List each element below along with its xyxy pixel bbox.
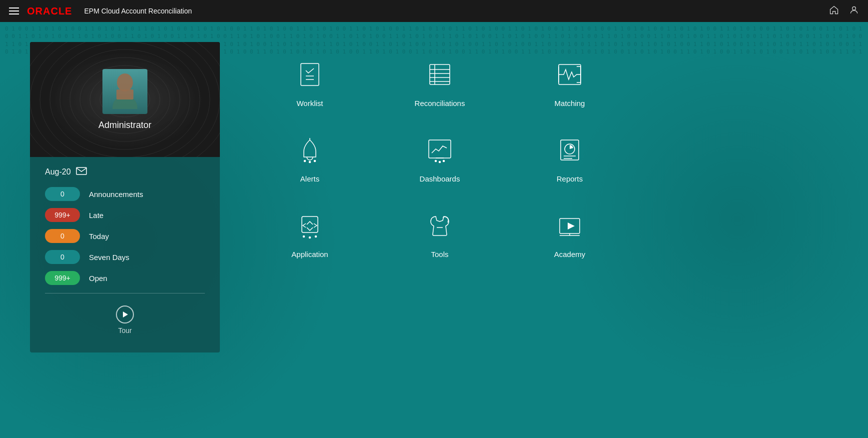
academy-label: Academy: [554, 250, 586, 258]
svg-rect-13: [76, 168, 86, 174]
stat-badge: 0: [45, 187, 80, 201]
stat-label: Open: [89, 274, 107, 282]
nav-item-alerts[interactable]: Alerts: [260, 128, 360, 188]
stat-badge: 0: [45, 229, 80, 243]
reconciliations-label: Reconciliations: [415, 99, 465, 108]
stat-row[interactable]: 999+Open: [45, 271, 205, 285]
user-card: Administrator Aug-20 0Announcements999+L…: [30, 42, 220, 352]
worklist-icon: [292, 57, 327, 92]
nav-item-dashboards[interactable]: Dashboards: [390, 128, 490, 188]
tools-label: Tools: [431, 250, 448, 258]
date-row: Aug-20: [45, 167, 205, 177]
application-label: Application: [291, 250, 328, 258]
user-card-header: Administrator: [30, 42, 220, 157]
svg-point-27: [304, 160, 306, 162]
nav-item-application[interactable]: Application: [260, 203, 360, 264]
stat-badge: 0: [45, 250, 80, 264]
svg-point-33: [439, 162, 441, 163]
stat-label: Late: [89, 211, 103, 220]
main-content: Administrator Aug-20 0Announcements999+L…: [0, 22, 868, 438]
svg-point-11: [117, 74, 133, 92]
svg-rect-15: [301, 64, 319, 86]
worklist-label: Worklist: [296, 99, 323, 108]
stat-row[interactable]: 0Today: [45, 229, 205, 243]
svg-point-28: [309, 162, 311, 163]
avatar: [102, 69, 147, 114]
stat-label: Seven Days: [89, 253, 129, 262]
dashboards-label: Dashboards: [420, 174, 460, 183]
svg-marker-45: [568, 222, 575, 230]
matching-icon: [552, 57, 587, 92]
svg-rect-35: [561, 140, 579, 160]
reports-icon: [552, 132, 587, 168]
envelope-icon[interactable]: [76, 167, 87, 177]
stat-row[interactable]: 0Announcements: [45, 187, 205, 201]
reports-label: Reports: [557, 174, 583, 183]
user-name: Administrator: [98, 120, 151, 130]
stat-label: Today: [89, 232, 109, 240]
stat-badge: 999+: [45, 271, 80, 285]
user-card-body: Aug-20 0Announcements999+Late0Today0Seve…: [30, 157, 220, 352]
svg-point-29: [314, 160, 316, 162]
avatar-image: [102, 69, 147, 114]
svg-point-40: [303, 236, 305, 238]
nav-item-reconciliations[interactable]: Reconciliations: [390, 52, 490, 112]
alerts-icon: [292, 132, 327, 168]
alerts-label: Alerts: [300, 174, 319, 183]
matching-label: Matching: [555, 99, 585, 108]
svg-point-32: [435, 160, 437, 162]
stat-row[interactable]: 0Seven Days: [45, 250, 205, 264]
dashboards-icon: [422, 132, 457, 168]
card-divider: [45, 293, 205, 294]
svg-point-42: [315, 236, 317, 238]
oracle-logo: ORACLE: [27, 6, 72, 17]
svg-point-41: [309, 237, 311, 238]
nav-grid: Worklist Reconciliations: [260, 42, 620, 264]
nav-item-reports[interactable]: Reports: [520, 128, 620, 188]
nav-item-matching[interactable]: Matching: [520, 52, 620, 112]
svg-marker-14: [123, 312, 128, 318]
stats-container: 0Announcements999+Late0Today0Seven Days9…: [45, 187, 205, 285]
app-title: EPM Cloud Account Reconciliation: [84, 7, 192, 15]
svg-rect-12: [116, 90, 133, 100]
date-text: Aug-20: [45, 168, 71, 176]
svg-point-34: [443, 160, 445, 162]
navbar: ORACLE EPM Cloud Account Reconciliation: [0, 0, 868, 22]
user-icon[interactable]: [849, 5, 859, 18]
tour-play-button[interactable]: [116, 306, 134, 324]
stat-label: Announcements: [89, 190, 143, 198]
svg-rect-30: [429, 140, 451, 158]
stat-row[interactable]: 999+Late: [45, 208, 205, 222]
application-icon: [292, 208, 327, 243]
menu-button[interactable]: [9, 8, 19, 14]
nav-item-tools[interactable]: Tools: [390, 203, 490, 264]
svg-point-0: [853, 6, 856, 10]
academy-icon: [552, 208, 587, 243]
nav-item-worklist[interactable]: Worklist: [260, 52, 360, 112]
tools-icon: [422, 208, 457, 243]
nav-item-academy[interactable]: Academy: [520, 203, 620, 264]
stat-badge: 999+: [45, 208, 80, 222]
nav-icons: [829, 5, 859, 18]
oracle-text: ORACLE: [27, 6, 72, 17]
tour-label: Tour: [118, 326, 131, 334]
home-icon[interactable]: [829, 5, 839, 18]
tour-section[interactable]: Tour: [45, 302, 205, 342]
reconciliations-icon: [422, 57, 457, 92]
